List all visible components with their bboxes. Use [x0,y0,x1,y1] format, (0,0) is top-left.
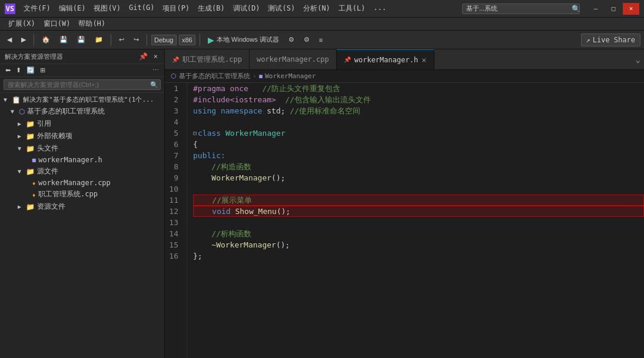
tree-item-extern[interactable]: ▶ 📁 外部依赖项 [0,130,164,142]
line-num-4: 4 [165,116,182,128]
run-button[interactable]: ▶ 本地 Windows 调试器 [204,34,283,46]
token: #include<iostream> [193,94,276,105]
back-button[interactable]: ◀ [4,35,15,45]
token: void [212,206,230,217]
sidebar-toolbar-btn2[interactable]: ⬆ [14,66,23,75]
main-area: 解决方案资源管理器 📌 × ⬅ ⬆ 🔄 ⊞ ⋯ 🔍 ▼ 📋 解决方案"基于多态的… [0,49,644,358]
menu-build[interactable]: 生成(B) [194,2,228,15]
sidebar-close-button[interactable]: × [152,52,160,61]
tree-arrow: ▼ [18,145,26,152]
tab-wm-cpp[interactable]: workerManager.cpp [250,49,337,69]
code-line-6: { [193,139,644,150]
undo-button[interactable]: ↩ [115,35,128,45]
code-line-2: #include<iostream> //包含输入输出流头文件 [193,94,644,105]
toolbar-more-btn3[interactable]: ≡ [316,35,326,45]
menu-more[interactable]: ... [370,2,390,15]
menu-extensions[interactable]: 扩展(X) [5,18,39,30]
tree-item-solution[interactable]: ▼ 📋 解决方案"基于多态的职工管理系统"(1个... [0,94,164,105]
toolbar-more-btn[interactable]: ⚙ [285,35,298,45]
tree-arrow: ▶ [18,203,26,210]
tree-item-wm-cpp[interactable]: ⬧ workerManager.cpp [0,178,164,188]
tree-label: workerManager.h [38,156,102,164]
menu-debug[interactable]: 调试(D) [230,2,264,15]
close-button[interactable]: × [623,3,639,15]
tree-label: 职工管理系统.cpp [38,189,98,199]
sidebar: 解决方案资源管理器 📌 × ⬅ ⬆ 🔄 ⊞ ⋯ 🔍 ▼ 📋 解决方案"基于多态的… [0,49,165,358]
menu-analyze[interactable]: 分析(N) [300,2,334,15]
menu-file[interactable]: 文件(F) [20,2,54,15]
breadcrumb-project[interactable]: 基于多态的职工管理系统 [179,72,250,81]
code-editor: 1 2 3 4 5 6 7 8 9 10 11 12 13 14 15 16 [165,83,644,358]
tabs-overflow-button[interactable]: ⌄ [632,49,644,69]
folder-icon: 📁 [26,168,35,176]
code-content[interactable]: #pragma once //防止头文件重复包含 #include<iostre… [187,83,644,358]
folder-icon: 📁 [26,203,35,211]
live-share-icon: ↗ [586,36,590,44]
tree-label: workerManager.cpp [38,179,111,187]
toolbar-btn-3[interactable]: 💾 [74,35,89,45]
maximize-button[interactable]: □ [605,3,622,15]
line-num-8: 8 [165,161,182,172]
sidebar-toolbar-btn4[interactable]: ⊞ [38,66,47,75]
folder-icon: 📁 [26,132,35,140]
tab-pin-icon: 📌 [172,56,179,63]
tree-item-resources[interactable]: ▶ 📁 资源文件 [0,200,164,213]
toolbar-more-btn2[interactable]: ⚙ [300,35,313,45]
platform-dropdown[interactable]: x86 [179,35,195,45]
tab-wm-h[interactable]: 📌 workerManager.h × [337,49,434,69]
sidebar-toolbar-btn1[interactable]: ⬅ [4,66,12,75]
cpp-file-icon: ⬧ [32,190,36,199]
tree-item-project[interactable]: ▼ ⬡ 基于多态的职工管理系统 [0,105,164,118]
redo-button[interactable]: ↪ [130,35,142,45]
token [194,206,212,217]
token: Show_Menu [235,206,276,217]
menu-help[interactable]: 帮助(H) [75,18,109,30]
debug-config-dropdown[interactable]: Debug [151,35,177,45]
sidebar-toolbar-btn5[interactable]: ⋯ [151,66,161,75]
menu-git[interactable]: Git(G) [125,2,158,15]
toolbar: ◀ ▶ 🏠 💾 💾 📁 ↩ ↪ Debug x86 ▶ 本地 Windows 调… [0,31,644,49]
line-num-12: 12 [165,206,182,217]
collapse-icon[interactable]: ⊟ [193,128,197,139]
minimize-button[interactable]: — [587,3,604,15]
line-num-9: 9 [165,172,182,183]
toolbar-btn-1[interactable]: 🏠 [38,35,54,45]
tree-item-headers[interactable]: ▼ 📁 头文件 [0,142,164,155]
menu-project[interactable]: 项目(P) [159,2,193,15]
sidebar-toolbar: ⬅ ⬆ 🔄 ⊞ ⋯ [0,64,164,77]
tree-item-wm-h[interactable]: ◼ workerManager.h [0,155,164,165]
line-num-1: 1 [165,83,182,94]
tab-main-cpp[interactable]: 📌 职工管理系统.cpp [165,49,250,69]
sidebar-toolbar-btn3[interactable]: 🔄 [25,66,36,75]
toolbar-btn-2[interactable]: 💾 [56,35,71,45]
code-line-1: #pragma once //防止头文件重复包含 [193,83,644,94]
token: WorkerManager [211,172,271,183]
code-line-9: WorkerManager (); [193,172,644,183]
line-num-7: 7 [165,150,182,161]
tree-item-ref[interactable]: ▶ 📁 引用 [0,118,164,130]
tab-close-button[interactable]: × [421,55,426,65]
live-share-button[interactable]: ↗ Live Share [581,34,640,46]
menu-tools[interactable]: 工具(L) [335,2,369,15]
menu-test[interactable]: 测试(S) [264,2,298,15]
menu-window[interactable]: 窗口(W) [40,18,74,30]
tree-label: 引用 [37,119,51,129]
tree-item-sources[interactable]: ▼ 📁 源文件 [0,165,164,178]
token: //使用标准命名空间 [286,105,360,116]
title-search-input[interactable] [462,4,580,14]
code-line-5: ⊟ class WorkerManager [193,128,644,139]
breadcrumb-class[interactable]: WorkerManager [265,72,316,80]
menu-view[interactable]: 视图(V) [90,2,124,15]
toolbar-btn-4[interactable]: 📁 [91,35,107,45]
editor-breadcrumb: ⬡ 基于多态的职工管理系统 › ◼ WorkerManager [165,70,644,83]
tree-arrow: ▶ [18,121,26,127]
sidebar-search-input[interactable] [4,79,161,90]
menu-row2: 扩展(X) 窗口(W) 帮助(H) [0,18,644,31]
tree-item-main-cpp[interactable]: ⬧ 职工管理系统.cpp [0,188,164,200]
token: public: [193,150,225,161]
forward-button[interactable]: ▶ [18,35,29,45]
code-line-14: //析构函数 [193,228,644,239]
sidebar-pin-button[interactable]: 📌 [137,52,150,61]
tab-label: workerManager.h [354,56,418,64]
menu-edit[interactable]: 编辑(E) [55,2,89,15]
